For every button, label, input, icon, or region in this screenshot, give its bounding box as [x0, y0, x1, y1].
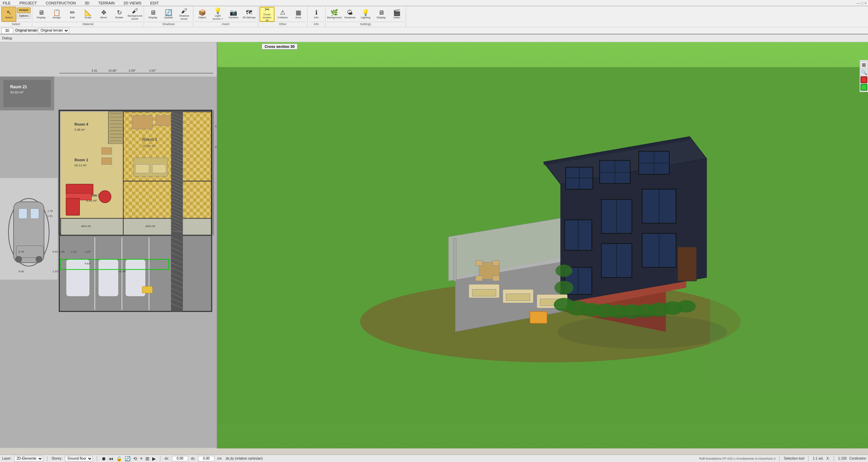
menu-2dviews[interactable]: 2D VIEWS	[122, 1, 143, 5]
options-button[interactable]: Options	[17, 13, 31, 19]
layer-select[interactable]: 2D-Elemente	[14, 456, 43, 461]
svg-text:6.44°: 6.44°	[215, 145, 217, 148]
svg-text:6.00: 6.00	[19, 270, 24, 273]
camera-button[interactable]: 📷 Camera	[226, 7, 241, 22]
shadow-brush-icon: 🖌	[181, 8, 187, 14]
svg-text:1.23°: 1.23°	[53, 270, 59, 273]
menu-construction[interactable]: CONSTRUCTION	[45, 1, 77, 5]
lighting-button[interactable]: 💡 Lighting	[358, 7, 373, 22]
right-tools: ⊞ 🔍	[860, 60, 868, 92]
tab-bar: 3D Original terrain Original terrain	[0, 27, 868, 34]
svg-rect-44	[153, 165, 166, 173]
update-button[interactable]: 🔄 Update	[161, 7, 176, 22]
display2-button[interactable]: 🖥 Display	[145, 7, 160, 22]
svg-text:2.26: 2.26	[59, 250, 65, 253]
main-content: Raum 21 32.83 m² Room 4 2.48 m²	[0, 42, 868, 448]
nav-icon1[interactable]: ⏺	[101, 456, 106, 461]
select-section-label: Select	[1, 22, 31, 26]
bitmap3d-button[interactable]: 🗺 3D-Bitmap	[242, 7, 256, 22]
color-tool2[interactable]	[861, 84, 867, 91]
nav-icon2[interactable]: ⏮	[109, 456, 113, 461]
area-icon: ▦	[296, 10, 301, 16]
display-button[interactable]: 🖥 Display	[34, 7, 49, 22]
object-button[interactable]: 📦 Object	[195, 7, 210, 22]
nav-icon3[interactable]: 🔒	[116, 456, 122, 461]
toolbar-shadows-section: 🖥 Display 🔄 Update 🖌 Shadow brush Shadow…	[144, 6, 193, 27]
info-section-label: Info	[309, 22, 324, 26]
nav-icon4[interactable]: 🔄	[125, 456, 130, 461]
3d-scene-svg	[217, 42, 868, 448]
terrain-select[interactable]: Original terrain	[38, 28, 69, 33]
rotate-icon: ↻	[117, 10, 122, 16]
cross-section-icon: ✂	[265, 6, 270, 13]
menu-terrain[interactable]: TERRAIN	[97, 1, 116, 5]
area-button[interactable]: ▦ Area	[291, 7, 306, 22]
color-tool1[interactable]	[861, 76, 867, 83]
storey-select[interactable]: Ground floor	[65, 456, 93, 461]
unit-label: cm	[217, 457, 222, 460]
coord-label: dx,dy (relative cartesian)	[226, 457, 263, 460]
scale-button[interactable]: 📐 Scale	[81, 7, 95, 22]
edit-icon: ✏	[70, 10, 75, 16]
svg-text:Room 3: Room 3	[142, 137, 157, 142]
svg-text:3.41: 3.41	[91, 69, 97, 72]
light-source-button[interactable]: 💡 Light source >	[210, 7, 225, 22]
select-icon: ↖	[6, 10, 12, 16]
svg-rect-31	[102, 148, 112, 154]
toolbar-info-section: ℹ Info Info	[307, 6, 325, 27]
breadcrumb-path: Raft foundations FP 42D L=Fundamente G=G…	[699, 457, 775, 460]
svg-rect-180	[476, 276, 482, 281]
svg-rect-62	[98, 259, 119, 297]
info-icon: ℹ	[315, 10, 318, 16]
menu-edit[interactable]: EDIT	[149, 1, 160, 5]
background-brush-button[interactable]: 🖌 Background brush	[127, 7, 142, 22]
insert-section-label: Insert	[195, 22, 256, 26]
svg-text:25.90 m²: 25.90 m²	[142, 144, 156, 148]
svg-text:1.51: 1.51	[48, 215, 53, 218]
terrain-label: Original terrain	[15, 29, 38, 32]
zoom-fit-button[interactable]: ⊞	[861, 61, 867, 68]
update-icon: 🔄	[165, 10, 172, 16]
light-source-icon: 💡	[214, 8, 222, 14]
svg-rect-32	[102, 158, 112, 165]
dy-input[interactable]	[198, 456, 214, 461]
zoom-button[interactable]: 🔍	[861, 69, 867, 76]
video-button[interactable]: 🎬 Video	[389, 7, 404, 22]
menu-project[interactable]: PROJECT	[18, 1, 38, 5]
display3-button[interactable]: 🖥 Display	[374, 7, 389, 22]
cross-section-overlay-label: Cross section 30	[262, 43, 298, 50]
svg-point-13	[36, 256, 42, 263]
background2-button[interactable]: 🌿 Background	[327, 7, 342, 22]
multiple-button[interactable]: Multiple	[17, 7, 31, 13]
settings-section-label: Settings	[327, 22, 404, 26]
info-button[interactable]: ℹ Info	[309, 7, 324, 22]
toolbar-select-section: ↖ Select Multiple Options Select	[0, 6, 32, 27]
assign-button[interactable]: 📋 Assign	[49, 7, 64, 22]
move-button[interactable]: ✥ Move	[96, 7, 111, 22]
svg-rect-73	[171, 110, 183, 236]
layer-label: Layer:	[2, 457, 12, 460]
rotate-button[interactable]: ↻ Rotate	[112, 7, 127, 22]
collision-button[interactable]: ⚠ Collision	[275, 7, 290, 22]
svg-text:2.53°: 2.53°	[149, 69, 156, 72]
scale-label: 1:1 sel.	[813, 457, 823, 460]
nav-icon7[interactable]: ⊞	[145, 456, 149, 461]
shadows2-button[interactable]: 🌤 Shadows	[342, 7, 357, 22]
nav-icon8[interactable]: ▶	[152, 456, 156, 461]
svg-rect-64	[142, 287, 153, 293]
nav-icon6[interactable]: ⌖	[140, 456, 143, 461]
menu-3d[interactable]: 3D	[83, 1, 91, 5]
cross-section-button[interactable]: ✂ Cross section 30	[260, 7, 274, 22]
dialog-label: Dialog:	[2, 36, 13, 40]
select-button[interactable]: ↖ Select	[1, 7, 16, 22]
tab-3d[interactable]: 3D	[1, 28, 13, 33]
svg-rect-48	[66, 184, 93, 195]
menu-file[interactable]: FILE	[1, 1, 12, 5]
shadow-brush-button[interactable]: 🖌 Shadow brush	[177, 7, 192, 22]
nav-icon5[interactable]: ⟲	[133, 456, 137, 461]
dx-input[interactable]	[172, 456, 188, 461]
svg-rect-195	[710, 203, 868, 390]
edit-button[interactable]: ✏ Edit	[65, 7, 80, 22]
svg-text:1.42: 1.42	[71, 250, 76, 253]
svg-text:9.63°: 9.63°	[85, 262, 91, 265]
